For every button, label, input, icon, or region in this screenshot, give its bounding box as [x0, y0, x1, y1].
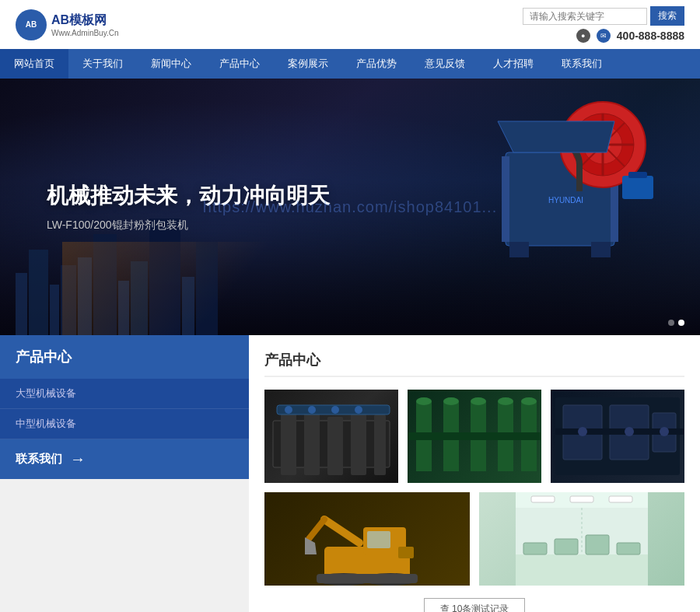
svg-point-23	[285, 406, 292, 414]
product-card-2[interactable]	[408, 390, 541, 483]
product-card-3[interactable]	[551, 390, 684, 483]
svg-point-48	[578, 427, 587, 436]
svg-rect-65	[609, 496, 632, 502]
svg-line-58	[324, 519, 359, 543]
phone-number: 400-888-8888	[617, 30, 684, 42]
logo-icon: AB	[16, 9, 47, 40]
machine-svg: HYUNDAI	[459, 90, 661, 261]
product-grid-row1	[264, 390, 684, 483]
logo-area: AB AB模板网 Www.AdminBuy.Cn	[16, 9, 119, 40]
svg-point-32	[443, 397, 459, 405]
product-grid-row2	[264, 492, 684, 586]
hero-subtitle: LW-F100/200锟封粉剂包装机	[47, 219, 330, 233]
main-nav: 网站首页 关于我们 新闻中心 产品中心 案例展示 产品优势 意见反馈 人才招聘 …	[0, 49, 700, 79]
logo-main: AB模板网	[51, 12, 119, 29]
svg-rect-17	[281, 413, 296, 475]
hero-dot-1[interactable]	[668, 320, 674, 326]
nav-item-home[interactable]: 网站首页	[0, 49, 68, 79]
nav-link-contact[interactable]: 联系我们	[548, 49, 616, 79]
svg-rect-69	[586, 535, 609, 554]
product-img-1	[264, 390, 398, 483]
social-icon-1: ●	[576, 29, 590, 43]
svg-rect-64	[570, 496, 593, 502]
sidebar: 产品中心 大型机械设备 中型机械设备 联系我们 →	[0, 335, 249, 612]
nav-link-jobs[interactable]: 人才招聘	[479, 49, 548, 79]
svg-point-26	[355, 406, 362, 414]
nav-item-feedback[interactable]: 意见反馈	[411, 49, 479, 79]
nav-item-jobs[interactable]: 人才招聘	[479, 49, 548, 79]
nav-item-cases[interactable]: 案例展示	[274, 49, 342, 79]
svg-text:HYUNDAI: HYUNDAI	[548, 196, 583, 205]
hero-watermark: https://www.huzhan.com/ishop84101...	[203, 198, 497, 216]
svg-rect-18	[304, 409, 320, 475]
hero-dots	[668, 320, 684, 326]
svg-rect-60	[398, 547, 414, 558]
svg-rect-11	[622, 176, 653, 199]
nav-item-contact[interactable]: 联系我们	[548, 49, 616, 79]
svg-rect-14	[591, 242, 611, 257]
product-excavator-svg	[301, 492, 433, 586]
svg-point-35	[471, 397, 486, 405]
product-machinery-svg-2	[408, 390, 541, 483]
svg-rect-57	[367, 531, 390, 548]
nav-link-feedback[interactable]: 意见反馈	[411, 49, 479, 79]
nav-link-cases[interactable]: 案例展示	[274, 49, 342, 79]
svg-rect-70	[617, 543, 640, 554]
nav-link-home[interactable]: 网站首页	[0, 49, 68, 79]
svg-rect-63	[531, 496, 555, 502]
main-content: 产品中心 大型机械设备 中型机械设备 联系我们 → 产品中心	[0, 335, 700, 612]
svg-point-29	[416, 397, 432, 405]
svg-rect-20	[351, 411, 366, 475]
arrow-right-icon: →	[70, 450, 86, 468]
svg-point-50	[660, 427, 669, 436]
search-input[interactable]	[523, 8, 647, 25]
svg-rect-13	[509, 242, 529, 257]
nav-item-products[interactable]: 产品中心	[205, 49, 274, 79]
nav-item-about[interactable]: 关于我们	[68, 49, 137, 79]
sidebar-contact-button[interactable]: 联系我们 →	[0, 439, 249, 479]
hero-machine: HYUNDAI	[459, 90, 661, 264]
product-card-1[interactable]	[264, 390, 398, 483]
product-card-5[interactable]	[479, 492, 684, 586]
nav-link-advantages[interactable]: 产品优势	[342, 49, 411, 79]
header-right: 搜索 ● ✉ 400-888-8888	[523, 6, 684, 43]
nav-link-news[interactable]: 新闻中心	[137, 49, 205, 79]
svg-rect-1	[502, 156, 509, 242]
svg-rect-54	[317, 574, 371, 583]
svg-rect-61	[516, 554, 648, 586]
svg-rect-68	[555, 539, 578, 554]
nav-link-about[interactable]: 关于我们	[68, 49, 137, 79]
svg-rect-42	[408, 432, 541, 440]
svg-rect-21	[374, 414, 386, 475]
product-img-3	[551, 390, 684, 483]
product-img-2	[408, 390, 541, 483]
svg-rect-12	[628, 172, 647, 178]
sidebar-item-large-machinery[interactable]: 大型机械设备	[0, 379, 249, 409]
svg-point-41	[521, 397, 537, 405]
logo-sub: Www.AdminBuy.Cn	[51, 29, 119, 37]
nav-item-news[interactable]: 新闻中心	[137, 49, 205, 79]
svg-rect-19	[327, 417, 343, 475]
product-img-5	[479, 492, 684, 586]
hero-banner: 机械推动未来，动力冲向明天 LW-F100/200锟封粉剂包装机	[0, 79, 700, 335]
more-button[interactable]: 查 10条测试记录	[424, 598, 526, 612]
products-area: 产品中心	[249, 335, 700, 612]
svg-point-25	[331, 406, 339, 414]
hero-dot-2[interactable]	[678, 320, 684, 326]
sidebar-menu: 大型机械设备 中型机械设备	[0, 379, 249, 439]
hero-road	[62, 242, 334, 335]
contact-label: 联系我们	[16, 452, 62, 467]
more-btn-row: 查 10条测试记录	[264, 598, 684, 612]
sidebar-item-label-2: 中型机械设备	[16, 418, 76, 429]
sidebar-header: 产品中心	[0, 335, 249, 379]
sidebar-item-medium-machinery[interactable]: 中型机械设备	[0, 409, 249, 439]
nav-link-products[interactable]: 产品中心	[205, 49, 274, 79]
contact-row: ● ✉ 400-888-8888	[576, 29, 684, 43]
sidebar-item-label-1: 大型机械设备	[16, 387, 76, 399]
search-button[interactable]: 搜索	[650, 6, 684, 26]
svg-point-49	[625, 427, 634, 436]
nav-item-advantages[interactable]: 产品优势	[342, 49, 411, 79]
products-section-title: 产品中心	[264, 351, 684, 377]
sidebar-title: 产品中心	[16, 349, 72, 365]
product-card-4[interactable]	[264, 492, 470, 586]
